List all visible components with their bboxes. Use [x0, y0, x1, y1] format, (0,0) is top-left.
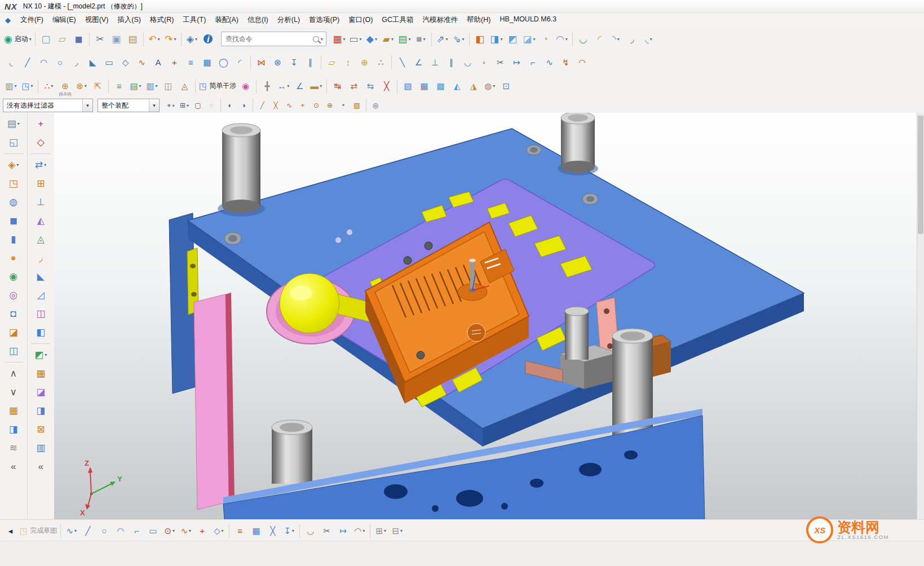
assembly-scope-caret-icon[interactable]: ▼ [149, 99, 159, 112]
polygon-icon[interactable]: ◇ [117, 54, 134, 70]
measure-distance-icon[interactable]: ↔▾ [275, 76, 291, 95]
magnify-icon[interactable]: ◎ [369, 100, 382, 111]
subtract-boolean-icon[interactable]: ◎ [1, 286, 26, 304]
start-button[interactable]: ◉启动▾ [3, 30, 33, 48]
start-dropdown[interactable]: ▾ [29, 37, 32, 42]
studio-spline-icon[interactable]: ∿ [134, 54, 150, 70]
helix-icon[interactable]: ↯ [558, 54, 574, 70]
background-color-icon[interactable]: ■▾ [413, 30, 429, 48]
snap-existing-point-icon[interactable]: • [337, 100, 350, 111]
menu-item-1[interactable]: 文件(F) [16, 13, 48, 27]
cylinder-primitive-icon[interactable]: ▮ [1, 230, 26, 249]
electrode-design-icon[interactable]: ◨ [28, 401, 54, 420]
wave-geometry-linker-icon[interactable]: ◭ [28, 211, 54, 230]
ruler-dropdown[interactable]: ▾ [320, 83, 322, 89]
circle-icon[interactable]: ○ [52, 54, 68, 70]
vertical-scrollbar[interactable] [917, 113, 924, 520]
guide-pillar-1[interactable] [218, 123, 265, 216]
sheet-operations-icon[interactable]: ▥▾ [144, 76, 160, 95]
angle-dimension-icon[interactable]: ∠ [410, 54, 427, 70]
transform-out-icon[interactable]: ⇗▾ [434, 30, 450, 48]
split-body-icon[interactable]: ◧ [28, 323, 54, 342]
export-display-icon[interactable]: ▰▾ [380, 30, 396, 48]
draft-feature-icon[interactable]: ◿ [28, 286, 54, 304]
wave-linker-icon[interactable]: ◬ [176, 76, 193, 95]
corner-sketch-icon[interactable]: ⌐ [129, 523, 145, 538]
profile-icon[interactable]: ◟ [3, 54, 19, 70]
edge-blend-icon[interactable]: ◞ [28, 249, 54, 267]
trim-recipe-curve-icon[interactable]: ✂ [319, 523, 335, 538]
move-csys-icon[interactable]: ⇱ [90, 76, 106, 95]
ruler-icon[interactable]: ▬▾ [308, 76, 324, 95]
rib-feature-icon[interactable]: ◪ [1, 323, 26, 342]
point-circle-dropdown[interactable]: ▾ [173, 528, 175, 533]
view-orient-dropdown[interactable]: ▾ [31, 83, 33, 89]
save-file-icon[interactable]: ◼ [70, 30, 87, 48]
bridge-curve-sketch-icon[interactable]: ◠▾ [351, 523, 368, 538]
through-curves-dropdown[interactable]: ▾ [500, 37, 502, 42]
shaded-selection-icon[interactable]: ◐ [223, 100, 237, 111]
intersection-curve-icon[interactable]: ╳ [264, 523, 281, 538]
mirror-curve-icon[interactable]: ⋈ [253, 54, 269, 70]
copy-to-clipboard-icon[interactable]: ⊟▾ [389, 523, 405, 538]
transform-in-dropdown[interactable]: ▾ [462, 37, 464, 42]
command-search[interactable]: ▾ [221, 32, 326, 46]
undo-icon[interactable]: ↶▾ [146, 30, 162, 48]
menu-item-14[interactable]: 帮助(H) [462, 13, 495, 27]
fit-curve-icon[interactable]: ◡ [302, 523, 319, 538]
menu-item-9[interactable]: 分析(L) [273, 13, 304, 27]
quick-trim-icon[interactable]: ✂ [492, 54, 509, 70]
datum-plane-tool-dropdown[interactable]: ▾ [16, 162, 19, 167]
examine-geometry-icon[interactable]: ◍▾ [481, 76, 498, 95]
model-svg[interactable]: Z Y X [54, 113, 917, 520]
sheet-operations-dropdown[interactable]: ▾ [156, 83, 158, 89]
menu-item-2[interactable]: 编辑(E) [48, 13, 81, 27]
delete-face-icon[interactable]: ╳ [378, 76, 395, 95]
hole-feature-icon[interactable]: ◘ [1, 304, 26, 323]
through-curve-mesh-icon[interactable]: ◩ [505, 30, 521, 48]
viewport-3d[interactable]: Z Y X [54, 113, 917, 520]
wireframe-selection-icon[interactable]: ◑ [237, 100, 250, 111]
fillet-icon[interactable]: ◞ [68, 54, 85, 70]
display-mode-dropdown[interactable]: ▾ [375, 37, 377, 42]
redo-dropdown[interactable]: ▾ [174, 37, 176, 42]
examine-geometry-dropdown[interactable]: ▾ [493, 83, 495, 89]
mirror-feature-icon[interactable]: ◨ [1, 420, 26, 439]
touch-panel-dropdown[interactable]: ▾ [359, 37, 361, 42]
studio-surface-dropdown[interactable]: ▾ [650, 37, 652, 42]
rectangle-icon[interactable]: ▭ [101, 54, 117, 70]
offset-curve-icon[interactable]: ≡ [183, 54, 199, 70]
snap-control-point-icon[interactable]: ∿ [282, 100, 296, 111]
redo-icon[interactable]: ↷▾ [162, 30, 179, 48]
pattern-curve-icon[interactable]: ▦ [199, 54, 215, 70]
assembly-constraints-icon[interactable]: ⊥ [28, 193, 54, 211]
export-display-dropdown[interactable]: ▾ [391, 37, 394, 42]
menu-item-8[interactable]: 信息(I) [243, 13, 273, 27]
selection-filter-combo[interactable]: 没有选择过滤器 ▼ [3, 99, 93, 112]
pattern-curve-sketch-icon[interactable]: ▦ [248, 523, 264, 538]
snap-endpoint-icon[interactable]: ╱ [255, 100, 269, 111]
view-orient-icon[interactable]: ◳▾ [19, 76, 36, 95]
styled-sweep-dropdown[interactable]: ▾ [565, 37, 568, 42]
command-finder-icon[interactable]: ◈▾ [184, 30, 200, 48]
offset-surface-dropdown[interactable]: ▾ [617, 37, 620, 42]
project-curve-icon[interactable]: ↧ [286, 54, 302, 70]
reference-sets-icon[interactable]: ◬ [28, 230, 54, 249]
copy-icon[interactable]: ▣ [108, 30, 125, 48]
show-shortcuts-dropdown[interactable]: ▾ [384, 528, 386, 533]
menu-item-4[interactable]: 插入(S) [113, 13, 145, 27]
extend-sketch-icon[interactable]: ↦ [335, 523, 351, 538]
assembly-scope-combo[interactable]: 整个装配 ▼ [98, 99, 160, 112]
block-primitive-icon[interactable]: ◼ [1, 211, 26, 230]
chamfer-feature-icon[interactable]: ◣ [28, 267, 54, 286]
menu-item-15[interactable]: HB_MOULD M6.3 [495, 13, 561, 27]
pull-face-icon[interactable]: ⇄ [346, 76, 362, 95]
extrude-icon[interactable]: ◳ [1, 174, 26, 193]
studio-surface-icon[interactable]: ◟▾ [640, 30, 657, 48]
ellipse-icon[interactable]: ◯ [215, 54, 232, 70]
point-circle-icon[interactable]: ⊙▾ [161, 523, 178, 538]
text-icon[interactable]: A [150, 54, 166, 70]
transform-in-icon[interactable]: ⇘▾ [450, 30, 467, 48]
ruled-surface-icon[interactable]: ◧ [472, 30, 488, 48]
spline-fit-icon[interactable]: ∿ [541, 54, 558, 70]
